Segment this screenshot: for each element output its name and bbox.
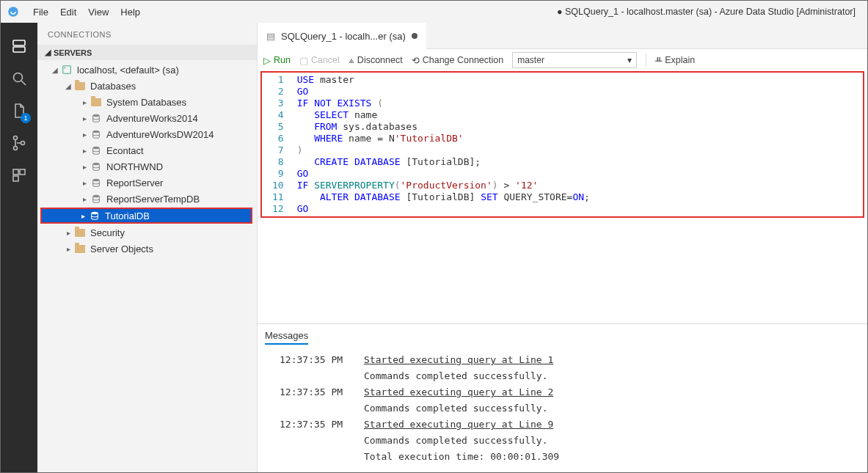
server-node[interactable]: ◢ localhost, <default> (sa) — [37, 62, 257, 78]
database-icon — [90, 161, 102, 172]
query-toolbar: ▷Run ▢Cancel ⟁Disconnect ⟲Change Connect… — [258, 49, 867, 71]
db-node-system databases[interactable]: ▸System Databases — [37, 94, 257, 110]
servers-section-header[interactable]: ◢ SERVERS — [37, 45, 257, 60]
svg-point-19 — [92, 212, 98, 215]
file-icon: ▤ — [266, 31, 275, 42]
cancel-button[interactable]: ▢Cancel — [299, 55, 340, 66]
svg-point-0 — [8, 7, 18, 17]
disconnect-button[interactable]: ⟁Disconnect — [349, 55, 403, 65]
database-icon — [90, 177, 102, 188]
servers-activity-icon[interactable] — [1, 30, 37, 62]
run-button[interactable]: ▷Run — [263, 55, 291, 66]
messages-header[interactable]: Messages — [265, 330, 308, 345]
message-row: 12:37:35 PMStarted executing query at Li… — [265, 352, 860, 368]
message-time: 12:37:35 PM — [280, 384, 349, 400]
svg-rect-11 — [63, 66, 71, 74]
play-icon: ▷ — [263, 55, 271, 66]
database-icon — [89, 210, 101, 221]
db-node-reportserver[interactable]: ▸ReportServer — [37, 175, 257, 191]
server-icon — [61, 64, 73, 76]
database-icon — [90, 112, 102, 124]
stop-icon: ▢ — [299, 55, 308, 66]
message-text: Started executing query at Line 9 — [364, 417, 553, 433]
server-label: localhost, <default> (sa) — [77, 65, 179, 76]
database-icon — [90, 128, 102, 140]
svg-point-3 — [14, 73, 23, 82]
svg-rect-9 — [20, 169, 25, 175]
menu-help[interactable]: Help — [114, 4, 146, 21]
tab-label: SQLQuery_1 - localh...er (sa) — [281, 31, 406, 42]
line-gutter: 123456789101112 — [262, 73, 291, 216]
menu-file[interactable]: File — [27, 4, 54, 21]
tab-sqlquery1[interactable]: ▤ SQLQuery_1 - localh...er (sa) — [258, 23, 426, 49]
databases-folder-node[interactable]: ◢ Databases — [37, 78, 257, 94]
database-select-value: master — [517, 55, 544, 65]
change-connection-button[interactable]: ⟲Change Connection — [412, 55, 504, 66]
menu-view[interactable]: View — [82, 4, 114, 21]
db-label: AdventureWorks2014 — [106, 113, 198, 124]
folder-label: Security — [90, 227, 125, 238]
db-label: AdventureWorksDW2014 — [106, 129, 214, 140]
chevron-right-icon: ▸ — [80, 163, 89, 171]
svg-point-12 — [65, 67, 66, 69]
db-label: Econtact — [106, 145, 144, 156]
dirty-indicator-icon — [412, 33, 417, 39]
message-row: 12:37:35 PMStarted executing query at Li… — [265, 417, 860, 433]
svg-point-16 — [93, 163, 100, 166]
svg-point-15 — [93, 147, 100, 150]
message-row: 12:37:35 PMStarted executing query at Li… — [265, 384, 860, 400]
menubar: FileEditViewHelp ● SQLQuery_1 - localhos… — [1, 1, 867, 23]
chevron-right-icon: ▸ — [80, 195, 89, 203]
chevron-right-icon: ▸ — [80, 131, 89, 139]
db-node-adventureworksdw2014[interactable]: ▸AdventureWorksDW2014 — [37, 126, 257, 142]
code-editor[interactable]: 123456789101112 USE masterGOIF NOT EXIST… — [262, 73, 863, 216]
explain-icon: ᚇ — [655, 55, 662, 66]
svg-line-4 — [21, 81, 26, 85]
svg-point-5 — [14, 136, 18, 140]
explorer-activity-icon[interactable]: 1 — [1, 95, 37, 127]
source-control-activity-icon[interactable] — [1, 127, 37, 159]
db-node-econtact[interactable]: ▸Econtact — [37, 142, 257, 158]
folder-icon — [74, 80, 86, 92]
messages-panel: Messages 12:37:35 PMStarted executing qu… — [258, 323, 867, 472]
search-activity-icon[interactable] — [1, 62, 37, 95]
database-select[interactable]: master ▾ — [512, 52, 637, 68]
db-label: ReportServer — [106, 177, 163, 188]
message-text: Started executing query at Line 2 — [364, 384, 553, 400]
separator — [646, 54, 646, 67]
sidebar-title: CONNECTIONS — [37, 23, 257, 45]
folder-label: Server Objects — [90, 243, 153, 254]
window-title: ● SQLQuery_1 - localhost.master (sa) - A… — [557, 7, 861, 17]
app-icon — [7, 5, 20, 18]
database-icon — [90, 144, 102, 156]
chevron-right-icon: ▸ — [79, 212, 87, 220]
sidebar: CONNECTIONS ◢ SERVERS ◢ localhost, <defa… — [37, 23, 258, 472]
databases-label: Databases — [90, 81, 136, 92]
svg-point-6 — [14, 147, 18, 150]
svg-rect-1 — [13, 40, 25, 45]
badge: 1 — [21, 113, 31, 123]
menu-edit[interactable]: Edit — [54, 4, 82, 21]
folder-node-server-objects[interactable]: ▸Server Objects — [37, 241, 257, 257]
db-node-reportservertempdb[interactable]: ▸ReportServerTempDB — [37, 191, 257, 207]
code-highlight-box: 123456789101112 USE masterGOIF NOT EXIST… — [260, 71, 864, 218]
svg-point-7 — [21, 142, 25, 145]
code-lines[interactable]: USE masterGOIF NOT EXISTS ( SELECT name … — [291, 73, 596, 216]
activity-bar: 1 — [1, 23, 37, 472]
chevron-right-icon: ▸ — [80, 114, 89, 122]
chevron-right-icon: ▸ — [64, 229, 73, 237]
svg-point-14 — [93, 131, 100, 133]
chevron-down-icon: ◢ — [45, 48, 51, 57]
db-node-adventureworks2014[interactable]: ▸AdventureWorks2014 — [37, 110, 257, 126]
chevron-right-icon: ▸ — [80, 98, 89, 106]
db-node-tutorialdb[interactable]: ▸TutorialDB — [40, 208, 252, 224]
db-node-northwnd[interactable]: ▸NORTHWND — [37, 158, 257, 175]
svg-rect-10 — [13, 176, 18, 181]
svg-point-13 — [93, 114, 100, 117]
chevron-down-icon: ◢ — [64, 82, 73, 90]
extensions-activity-icon[interactable] — [1, 159, 37, 191]
folder-icon — [74, 227, 86, 238]
folder-node-security[interactable]: ▸Security — [37, 224, 257, 241]
message-text: Started executing query at Line 1 — [364, 352, 553, 368]
explain-button[interactable]: ᚇExplain — [655, 55, 695, 66]
